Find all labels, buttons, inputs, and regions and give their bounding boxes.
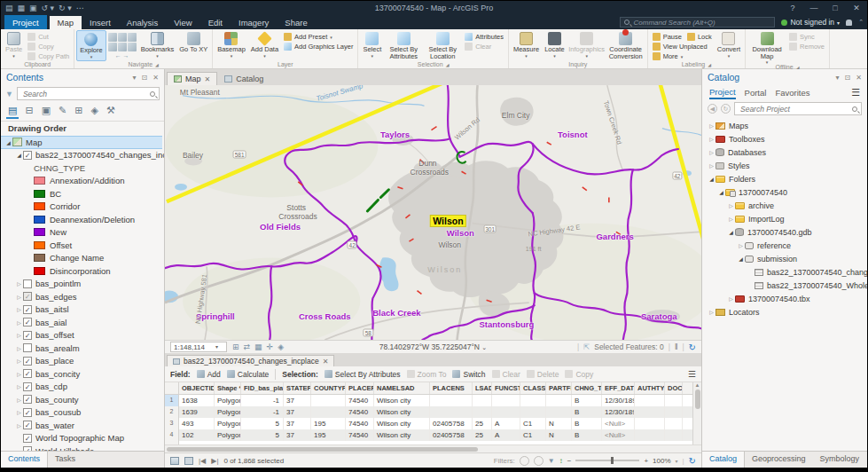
layer-item[interactable]: ▷✓bas_water bbox=[1, 419, 164, 432]
layer-item[interactable]: ▷✓bas_aitsl bbox=[1, 303, 164, 317]
flicker-icon[interactable]: ⇄ bbox=[244, 342, 251, 351]
expander-icon[interactable]: ▷ bbox=[15, 306, 23, 312]
table-cell[interactable] bbox=[473, 406, 492, 418]
table-row[interactable]: 21639Polygon-13774540Wilson cityB12/30/1… bbox=[165, 406, 692, 418]
zoom-to-button[interactable]: Zoom To bbox=[407, 370, 447, 379]
list-by-drawing-order-icon[interactable]: ▤ bbox=[8, 104, 17, 116]
sound-icon[interactable]: ◈ bbox=[278, 342, 284, 351]
clear-button[interactable]: Clear bbox=[465, 43, 504, 51]
list-by-labeling-icon[interactable]: ◈ bbox=[90, 104, 98, 116]
go-to-xy-button[interactable]: Go To XY bbox=[176, 30, 210, 61]
column-header[interactable]: Shape * bbox=[215, 382, 241, 394]
select-by-location-button[interactable]: Select By Location bbox=[423, 30, 462, 61]
table-cell[interactable]: 102 bbox=[179, 429, 215, 441]
add-data-button[interactable]: Add Data▾ bbox=[248, 30, 281, 61]
table-cell[interactable] bbox=[665, 429, 683, 441]
layer-item[interactable]: ▷✓bas_aial bbox=[1, 316, 164, 329]
funnel-icon[interactable]: ▼ bbox=[548, 457, 555, 465]
column-header[interactable]: LSAD bbox=[473, 382, 492, 394]
legend-item[interactable]: BC bbox=[1, 187, 164, 201]
filter-icon[interactable]: ▼ bbox=[5, 90, 13, 98]
paste-button[interactable]: Paste▾ bbox=[3, 30, 25, 61]
expander-icon[interactable]: ◢ bbox=[737, 256, 745, 262]
table-cell[interactable]: A bbox=[492, 418, 520, 429]
table-cell[interactable] bbox=[665, 395, 683, 406]
expander-icon[interactable]: ◢ bbox=[708, 176, 716, 182]
catalog-tab-portal[interactable]: Portal bbox=[745, 88, 767, 98]
table-cell[interactable]: 25 bbox=[473, 418, 492, 429]
table-cell[interactable]: C1 bbox=[520, 429, 546, 441]
layer-item[interactable]: ▷✓bas_offset bbox=[1, 329, 164, 342]
table-cell[interactable]: 195 bbox=[311, 429, 346, 441]
expander-icon[interactable]: ▷ bbox=[15, 409, 23, 415]
column-header[interactable]: AUTHTYPE bbox=[635, 382, 665, 394]
ribbon-tab-view[interactable]: View bbox=[166, 16, 199, 29]
table-cell[interactable] bbox=[546, 406, 572, 418]
column-header[interactable]: NAMELSAD bbox=[374, 382, 430, 394]
layer-visibility-checkbox[interactable]: ✓ bbox=[23, 357, 32, 366]
expander-icon[interactable]: ▷ bbox=[15, 358, 23, 364]
column-header[interactable]: OBJECTID * bbox=[179, 382, 215, 394]
expander-icon[interactable]: ▷ bbox=[15, 422, 23, 429]
layer-item[interactable]: ◢✓bas22_13700074540_changes_incplace bbox=[1, 149, 164, 162]
expander-icon[interactable]: ▷ bbox=[737, 242, 745, 248]
list-by-snapping-icon[interactable]: ⊞ bbox=[74, 104, 82, 116]
table-horizontal-scrollbar[interactable] bbox=[165, 444, 701, 452]
table-cell[interactable]: 02405758 bbox=[430, 418, 473, 429]
command-search[interactable]: Command Search (Alt+Q) bbox=[620, 17, 775, 28]
redo-icon[interactable]: ↻ ▾ bbox=[59, 4, 72, 12]
expander-icon[interactable]: ▷ bbox=[708, 309, 716, 315]
expander-icon[interactable]: ▷ bbox=[727, 202, 735, 208]
new-project-icon[interactable]: ▦ bbox=[18, 4, 26, 12]
legend-item[interactable]: Deannexation/Deletion bbox=[1, 213, 164, 226]
table-cell[interactable]: C1 bbox=[520, 418, 546, 429]
pane-menu-icon[interactable]: ▾ bbox=[133, 74, 137, 82]
column-header[interactable]: FUNCSTAT bbox=[492, 382, 520, 394]
catalog-item[interactable]: ◢submission bbox=[702, 252, 867, 265]
back-icon[interactable]: ◀ bbox=[708, 104, 717, 114]
zoom-out-icon[interactable]: − bbox=[567, 457, 572, 465]
layer-item[interactable]: ▷✓bas_concity bbox=[1, 367, 164, 381]
catalog-item[interactable]: ▷ImportLog bbox=[702, 212, 867, 225]
contents-search-input[interactable] bbox=[21, 89, 150, 99]
zoom-slider[interactable] bbox=[575, 460, 639, 461]
layer-item[interactable]: ▷✓bas_cousub bbox=[1, 406, 164, 420]
dialog-launcher-icon[interactable]: ◢ bbox=[708, 62, 711, 67]
lock-button[interactable]: Lock bbox=[687, 33, 712, 41]
select-by-attributes-button[interactable]: Select By Attributes bbox=[325, 370, 401, 379]
expander-icon[interactable]: ▷ bbox=[15, 371, 23, 377]
table-view-icon[interactable] bbox=[170, 457, 179, 465]
layer-visibility-checkbox[interactable] bbox=[23, 279, 32, 288]
catalog-search[interactable] bbox=[734, 102, 862, 115]
locate-button[interactable]: Locate▾ bbox=[542, 30, 567, 61]
select-button[interactable]: Select▾ bbox=[360, 30, 384, 61]
more-button[interactable]: More▾ bbox=[653, 52, 684, 60]
table-cell[interactable]: Polygon bbox=[215, 406, 241, 418]
save-project-icon[interactable]: ▣ bbox=[29, 4, 37, 12]
table-cell[interactable]: B bbox=[572, 395, 602, 406]
layer-visibility-checkbox[interactable]: ✓ bbox=[23, 305, 32, 314]
grid-icon[interactable]: ▦ bbox=[254, 342, 262, 351]
ribbon-tab-edit[interactable]: Edit bbox=[200, 16, 231, 29]
navigate-mini-buttons[interactable]: ← → bbox=[106, 30, 138, 61]
close-button[interactable]: ✕ bbox=[846, 1, 867, 15]
table-cell[interactable]: B bbox=[572, 406, 602, 418]
column-header[interactable]: EFF_DATE bbox=[602, 382, 635, 394]
ribbon-tab-imagery[interactable]: Imagery bbox=[231, 16, 277, 29]
snap-icon[interactable]: ✛ bbox=[267, 342, 274, 351]
layer-item[interactable]: ▷✓bas_edges bbox=[1, 290, 164, 303]
legend-item[interactable]: Annexation/Addition bbox=[1, 175, 164, 188]
clear-button[interactable]: Clear bbox=[492, 370, 520, 379]
list-by-perspective-icon[interactable]: ⚒ bbox=[106, 104, 115, 116]
basemap-button[interactable]: Basemap▾ bbox=[215, 30, 248, 61]
pane-tab-contents[interactable]: Contents bbox=[1, 452, 48, 468]
table-cell[interactable] bbox=[635, 395, 665, 406]
pane-close-icon[interactable]: ✕ bbox=[856, 74, 862, 82]
table-cell[interactable] bbox=[311, 406, 346, 418]
table-cell[interactable]: 37 bbox=[284, 418, 311, 429]
table-cell[interactable]: Wilson city bbox=[374, 406, 430, 418]
close-icon[interactable]: ✕ bbox=[323, 358, 329, 366]
catalog-item[interactable]: bas22_13700074540_WholeEntity_incplace bbox=[702, 279, 867, 292]
table-cell[interactable]: 12/30/1899 bbox=[602, 395, 635, 406]
table-cell[interactable] bbox=[546, 395, 572, 406]
